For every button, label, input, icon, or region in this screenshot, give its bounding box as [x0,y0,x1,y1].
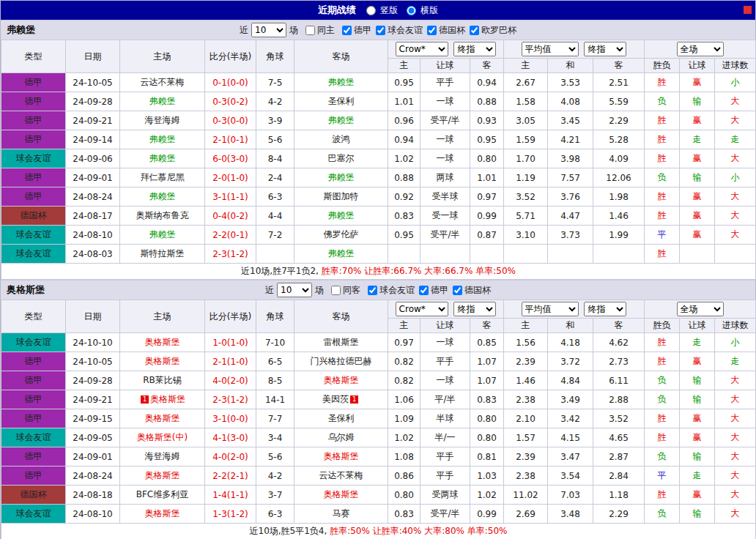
away-team-cell[interactable]: 弗赖堡 [294,111,388,130]
home-team-cell[interactable]: 1奥格斯堡 [120,390,205,409]
league-checkbox[interactable] [368,286,377,295]
away-team-cell[interactable]: 奥格斯堡 [294,371,388,390]
score-cell[interactable]: 2-1(0-1) [205,130,256,149]
home-team-cell[interactable]: 海登海姆 [120,447,205,466]
away-team-cell[interactable]: 弗赖堡 [294,168,388,187]
same-venue-filter[interactable]: 同主 [305,24,335,37]
home-team-cell[interactable]: 奥格斯堡 [120,466,205,486]
score-cell[interactable]: 2-2(0-1) [205,226,256,245]
league-filter[interactable]: 德国杯 [427,24,465,37]
away-team-cell[interactable]: 佛罗伦萨 [294,226,388,245]
home-team-cell[interactable]: 斯特拉斯堡 [120,245,205,264]
scope-select[interactable]: 全场 [677,302,724,316]
scope-select[interactable]: 全场 [677,42,724,56]
home-team-cell[interactable]: 弗赖堡 [120,226,205,245]
score-cell[interactable]: 1-3(1-2) [205,505,256,524]
league-checkbox[interactable] [342,26,352,35]
away-team-cell[interactable]: 门兴格拉德巴赫 [294,352,388,371]
away-team-cell[interactable]: 马赛 [294,505,388,524]
away-team-cell[interactable]: 波鸿 [294,130,388,149]
score-cell[interactable]: 0-3(0-0) [205,111,256,130]
match-row: 球会友谊24-08-10弗赖堡2-2(0-1)7-2佛罗伦萨0.95受平/半0.… [1,226,756,245]
away-team-cell[interactable]: 云达不莱梅 [294,466,388,486]
away-team-cell[interactable]: 奥格斯堡 [294,486,388,505]
odds-time-select[interactable]: 终指 [453,302,496,316]
league-checkbox[interactable] [376,26,385,35]
league-filter[interactable]: 球会友谊 [368,284,415,297]
score-cell[interactable]: 0-1(0-0) [205,73,256,92]
home-team-cell[interactable]: 奥格斯堡 [120,505,205,524]
home-team-cell[interactable]: 奥格斯堡 [120,352,205,371]
layout-radio-horizontal[interactable]: 横版 [407,4,438,17]
score-cell[interactable]: 1-4(1-1) [205,486,256,505]
score-cell[interactable]: 0-4(0-2) [205,207,256,226]
league-filter[interactable]: 德甲 [342,24,371,37]
home-team-cell[interactable]: 弗赖堡 [120,149,205,168]
league-checkbox[interactable] [427,26,437,35]
avg-source-select[interactable]: 平均值 [522,42,579,56]
away-team-cell[interactable]: 圣保利 [294,409,388,428]
avg-source-select[interactable]: 平均值 [522,302,579,316]
same-venue-checkbox[interactable] [331,286,341,295]
away-team-cell[interactable]: 弗赖堡 [294,73,388,92]
home-team-cell[interactable]: RB莱比锡 [120,371,205,390]
home-team-cell[interactable]: 奥格斯堡 [120,333,205,352]
league-type-cell: 德甲 [1,447,66,466]
away-team-cell[interactable]: 乌尔姆 [294,428,388,447]
league-filter[interactable]: 球会友谊 [376,24,423,37]
home-team-cell[interactable]: 弗赖堡 [120,92,205,111]
score-cell[interactable]: 4-1(3-0) [205,428,256,447]
avg-time-select[interactable]: 终指 [584,302,626,316]
odds-source-select[interactable]: Crow* [396,42,448,56]
same-venue-checkbox[interactable] [305,26,315,35]
league-checkbox[interactable] [453,286,462,295]
away-team-cell[interactable]: 奥格斯堡 [294,447,388,466]
home-team-cell[interactable]: 奥格斯堡 [120,409,205,428]
score-cell[interactable]: 6-0(3-0) [205,149,256,168]
score-cell[interactable]: 0-3(0-2) [205,92,256,111]
league-filter[interactable]: 德甲 [419,284,448,297]
score-cell[interactable]: 4-0(2-0) [205,447,256,466]
score-cell[interactable]: 4-0(2-0) [205,371,256,390]
home-team-cell[interactable]: 海登海姆 [120,111,205,130]
league-filter[interactable]: 欧罗巴杯 [470,24,516,37]
layout-radio-input[interactable] [366,6,376,15]
away-team-cell[interactable]: 弗赖堡 [294,245,388,264]
home-team-cell[interactable]: 弗赖堡 [120,187,205,207]
league-filter[interactable]: 德国杯 [453,284,491,297]
score-cell[interactable]: 1-0(1-0) [205,333,256,352]
away-team-cell[interactable]: 巴塞尔 [294,149,388,168]
odds-source-select[interactable]: Crow* [396,302,448,316]
home-team-cell[interactable]: BFC维多利亚 [120,486,205,505]
result-wdl-cell: 负 [645,447,680,466]
avg-time-select[interactable]: 终指 [584,42,626,56]
score-cell[interactable]: 2-2(2-1) [205,466,256,486]
recent-count-select[interactable]: 10 [251,23,286,37]
away-team-cell[interactable]: 美因茨1 [294,390,388,409]
score-cell[interactable]: 2-3(1-2) [205,245,256,264]
away-team-cell[interactable]: 斯图加特 [294,187,388,207]
home-team-cell[interactable]: 拜仁慕尼黑 [120,168,205,187]
score-cell[interactable]: 3-1(0-0) [205,409,256,428]
league-checkbox[interactable] [470,26,479,35]
score-cell[interactable]: 2-1(1-0) [205,352,256,371]
score-cell[interactable]: 2-3(1-2) [205,390,256,409]
away-team-cell[interactable]: 圣保利 [294,92,388,111]
scope-group-header: 全场 [645,40,756,59]
home-team-cell[interactable]: 弗赖堡 [120,130,205,149]
same-venue-filter[interactable]: 同客 [331,284,360,297]
league-checkbox[interactable] [419,286,429,295]
score-cell[interactable]: 3-1(1-1) [205,187,256,207]
match-row: 德国杯24-08-17奥斯纳布鲁克0-4(0-2)4-4弗赖堡0.83受一球0.… [1,207,756,226]
home-team-cell[interactable]: 奥斯纳布鲁克 [120,207,205,226]
home-team-cell[interactable]: 云达不莱梅 [120,73,205,92]
match-row: 球会友谊24-09-05奥格斯堡(中)4-1(3-0)3-4乌尔姆1.02半/一… [1,428,756,447]
home-team-cell[interactable]: 奥格斯堡(中) [120,428,205,447]
away-team-cell[interactable]: 雷根斯堡 [294,333,388,352]
layout-radio-input[interactable] [407,6,416,15]
recent-count-select[interactable]: 10 [277,283,312,297]
score-cell[interactable]: 2-0(1-0) [205,168,256,187]
away-team-cell[interactable]: 弗赖堡 [294,207,388,226]
layout-radio-vertical[interactable]: 竖版 [366,4,398,17]
odds-time-select[interactable]: 终指 [453,42,496,56]
